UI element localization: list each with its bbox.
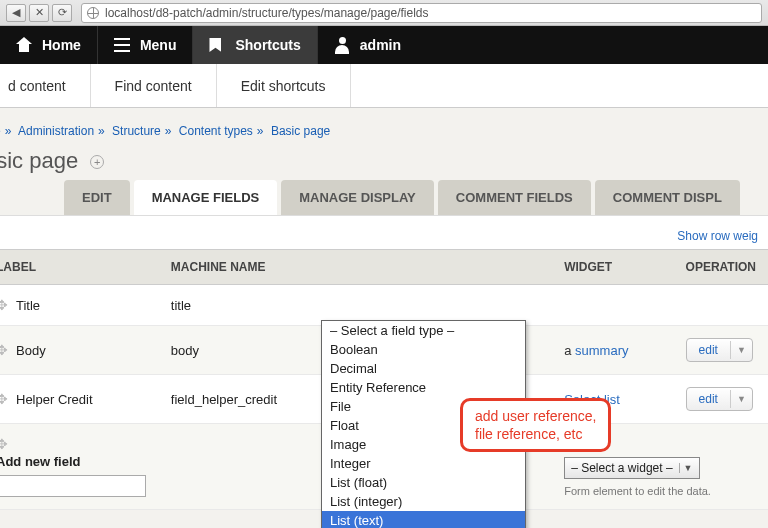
toolbar-shortcuts[interactable]: Shortcuts <box>193 26 317 64</box>
annotation-callout: add user reference, file reference, etc <box>460 398 611 452</box>
col-operations: OPERATION <box>674 250 768 285</box>
admin-toolbar: Home Menu Shortcuts admin <box>0 26 768 64</box>
url-text: localhost/d8-patch/admin/structure/types… <box>105 6 429 20</box>
field-machine: field_helper_credit <box>159 375 322 424</box>
url-bar[interactable]: localhost/d8-patch/admin/structure/types… <box>81 3 762 23</box>
close-icon: ✕ <box>35 6 44 19</box>
col-widget: WIDGET <box>552 250 673 285</box>
close-window-button[interactable]: ✕ <box>29 4 49 22</box>
dropdown-option[interactable]: Boolean <box>322 340 525 359</box>
drag-handle-icon[interactable]: ✥ <box>0 391 8 407</box>
reload-button[interactable]: ⟳ <box>52 4 72 22</box>
arrow-left-icon: ◀ <box>12 6 20 19</box>
toolbar-menu-label: Menu <box>140 37 177 53</box>
primary-tabs: EDIT MANAGE FIELDS MANAGE DISPLAY COMMEN… <box>0 180 768 215</box>
col-machine: MACHINE NAME <box>159 250 322 285</box>
user-icon <box>334 37 350 53</box>
tab-comment-display[interactable]: COMMENT DISPL <box>595 180 740 215</box>
back-button[interactable]: ◀ <box>6 4 26 22</box>
field-machine: body <box>159 326 322 375</box>
drag-handle-icon[interactable]: ✥ <box>0 342 8 358</box>
tab-comment-fields[interactable]: COMMENT FIELDS <box>438 180 591 215</box>
chevron-down-icon: ▼ <box>679 463 697 473</box>
edit-button[interactable]: edit▼ <box>686 338 753 362</box>
dropdown-option[interactable]: Integer <box>322 454 525 473</box>
add-shortcut-icon[interactable]: + <box>90 155 104 169</box>
shortcut-bar: d content Find content Edit shortcuts <box>0 64 768 108</box>
dropdown-option[interactable]: – Select a field type – <box>322 321 525 340</box>
dropdown-option[interactable]: List (text) <box>322 511 525 528</box>
crumb-basic-page[interactable]: Basic page <box>271 124 330 138</box>
toolbar-user-label: admin <box>360 37 401 53</box>
field-machine: title <box>159 285 322 326</box>
col-label: LABEL <box>0 250 159 285</box>
chevron-down-icon[interactable]: ▼ <box>730 341 752 359</box>
edit-button[interactable]: edit▼ <box>686 387 753 411</box>
widget-caption: Form element to edit the data. <box>564 479 756 497</box>
crumb-content-types[interactable]: Content types <box>179 124 253 138</box>
chevron-down-icon[interactable]: ▼ <box>730 390 752 408</box>
dropdown-option[interactable]: Decimal <box>322 359 525 378</box>
crumb-home[interactable]: me <box>0 124 1 138</box>
show-row-weights-link[interactable]: Show row weig <box>677 229 758 243</box>
widget-select[interactable]: – Select a widget – ▼ <box>564 457 699 479</box>
tab-manage-fields[interactable]: MANAGE FIELDS <box>134 180 278 215</box>
field-label: Helper Credit <box>16 392 93 407</box>
globe-icon <box>87 7 99 19</box>
tab-manage-display[interactable]: MANAGE DISPLAY <box>281 180 434 215</box>
callout-line: add user reference, <box>475 407 596 425</box>
browser-chrome: ◀ ✕ ⟳ localhost/d8-patch/admin/structure… <box>0 0 768 26</box>
home-icon <box>16 38 32 52</box>
drag-handle-icon[interactable]: ✥ <box>0 436 8 452</box>
dropdown-option[interactable]: List (integer) <box>322 492 525 511</box>
crumb-admin[interactable]: Administration <box>18 124 94 138</box>
page-title-text: asic page <box>0 148 78 173</box>
toolbar-shortcuts-label: Shortcuts <box>235 37 300 53</box>
breadcrumb: me» Administration» Structure» Content t… <box>0 124 768 148</box>
field-label: Title <box>16 298 40 313</box>
callout-line: file reference, etc <box>475 425 596 443</box>
toolbar-home-label: Home <box>42 37 81 53</box>
subtab-find-content[interactable]: Find content <box>91 64 217 107</box>
toolbar-home[interactable]: Home <box>0 26 98 64</box>
tab-edit[interactable]: EDIT <box>64 180 130 215</box>
bookmark-icon <box>209 38 225 52</box>
subtab-edit-shortcuts[interactable]: Edit shortcuts <box>217 64 351 107</box>
toolbar-menu[interactable]: Menu <box>98 26 194 64</box>
drag-handle-icon[interactable]: ✥ <box>0 297 8 313</box>
col-fieldtype <box>322 250 552 285</box>
page-title: asic page + <box>0 148 768 180</box>
reload-icon: ⟳ <box>58 6 67 19</box>
toolbar-user[interactable]: admin <box>318 26 417 64</box>
new-field-label-input[interactable] <box>0 475 146 497</box>
dropdown-option[interactable]: Entity Reference <box>322 378 525 397</box>
menu-icon <box>114 38 130 52</box>
crumb-structure[interactable]: Structure <box>112 124 161 138</box>
field-label: Body <box>16 343 46 358</box>
dropdown-option[interactable]: List (float) <box>322 473 525 492</box>
add-field-heading: Add new field <box>0 452 147 469</box>
subtab-add-content[interactable]: d content <box>0 64 91 107</box>
widget-link[interactable]: summary <box>575 343 628 358</box>
content-region: me» Administration» Structure» Content t… <box>0 108 768 528</box>
